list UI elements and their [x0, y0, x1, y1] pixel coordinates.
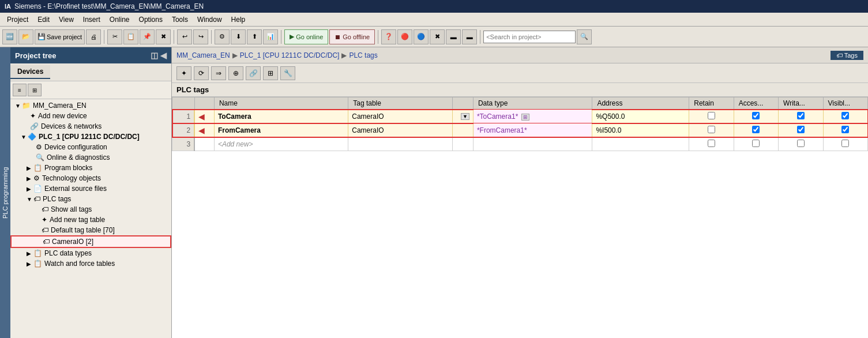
- menu-tools[interactable]: Tools: [167, 14, 193, 25]
- retain-checkbox-1[interactable]: [708, 112, 715, 119]
- row-visible-2[interactable]: [823, 123, 867, 137]
- write-checkbox-2[interactable]: [797, 126, 805, 133]
- access-checkbox-2[interactable]: [752, 126, 760, 133]
- tree-item-device-config[interactable]: ⚙ Device configuration: [10, 142, 171, 152]
- tree-item-cameraio[interactable]: 🏷 CameraIO [2]: [10, 235, 171, 248]
- tree-item-online-diag[interactable]: 🔍 Online & diagnostics: [10, 152, 171, 163]
- menu-insert[interactable]: Insert: [78, 14, 105, 25]
- print-button[interactable]: 🖨: [86, 29, 101, 44]
- status-button[interactable]: 🔵: [414, 29, 429, 44]
- plc-tb-add-btn[interactable]: ✦: [176, 66, 191, 80]
- tree-filter-btn[interactable]: ⊞: [28, 84, 42, 96]
- toolbar-btn2[interactable]: ▬: [462, 29, 477, 44]
- plc-tb-plus-btn[interactable]: ⊕: [228, 66, 243, 80]
- tree-item-default-tag-table[interactable]: 🏷 Default tag table [70]: [10, 225, 171, 235]
- go-online-button[interactable]: ▶ Go online: [284, 29, 328, 44]
- download-button[interactable]: ⬇: [231, 29, 246, 44]
- x-button[interactable]: ✖: [430, 29, 445, 44]
- tree-item-plc1[interactable]: ▼ 🔷 PLC_1 [CPU 1211C DC/DC/DC]: [10, 132, 171, 142]
- menu-edit[interactable]: Edit: [33, 14, 54, 25]
- close-tree-button[interactable]: ◀: [160, 51, 167, 60]
- write-checkbox-1[interactable]: [797, 112, 805, 119]
- menu-online[interactable]: Online: [105, 14, 134, 25]
- tree-item-plc-data-types[interactable]: ▶ 📋 PLC data types: [10, 248, 171, 258]
- row-data-type-2[interactable]: *FromCamera1*: [473, 123, 592, 137]
- row-write-3[interactable]: [779, 137, 823, 151]
- plc-tb-link-btn[interactable]: 🔗: [246, 66, 261, 80]
- diagnostics-button[interactable]: 🔴: [397, 29, 412, 44]
- tree-item-tech-objects[interactable]: ▶ ⚙ Technology objects: [10, 173, 171, 183]
- search-button[interactable]: 🔍: [577, 29, 592, 44]
- tree-item-watch-force[interactable]: ▶ 📋 Watch and force tables: [10, 258, 171, 269]
- paste-button[interactable]: 📌: [140, 29, 155, 44]
- tree-item-program-blocks[interactable]: ▶ 📋 Program blocks: [10, 163, 171, 173]
- row-add-new[interactable]: <Add new>: [214, 137, 348, 151]
- copy-button[interactable]: 📋: [123, 29, 138, 44]
- breadcrumb-item-2[interactable]: PLC tags: [349, 51, 377, 59]
- row-tag-table-2[interactable]: CameraIO: [348, 123, 453, 137]
- breadcrumb-item-1[interactable]: PLC_1 [CPU 1211C DC/DC/DC]: [240, 51, 340, 59]
- row-data-type-1[interactable]: *ToCamera1* ⊞: [473, 110, 592, 123]
- save-project-button[interactable]: 💾 Save project: [35, 29, 85, 44]
- arrow-plc-data-types[interactable]: ▶: [27, 250, 32, 257]
- row-access-1[interactable]: [734, 110, 778, 123]
- row-visible-3[interactable]: [823, 137, 867, 151]
- arrow-watch-force[interactable]: ▶: [27, 261, 32, 267]
- access-checkbox-1[interactable]: [752, 112, 760, 119]
- tree-item-add-tag-table[interactable]: ✦ Add new tag table: [10, 215, 171, 225]
- retain-checkbox-2[interactable]: [708, 126, 715, 133]
- toolbar-btn1[interactable]: ▬: [446, 29, 461, 44]
- tags-button[interactable]: 🏷 Tags: [831, 51, 863, 60]
- menu-view[interactable]: View: [54, 14, 78, 25]
- visible-checkbox-3[interactable]: [841, 140, 849, 147]
- upload-button[interactable]: ⬆: [247, 29, 262, 44]
- tree-item-show-all-tags[interactable]: 🏷 Show all tags: [10, 204, 171, 215]
- arrow-program-blocks[interactable]: ▶: [27, 165, 32, 171]
- row-address-1[interactable]: %Q500.0: [592, 110, 689, 123]
- collapse-tree-button[interactable]: ◫: [151, 51, 158, 60]
- row-visible-1[interactable]: [823, 110, 867, 123]
- search-input[interactable]: [483, 31, 576, 43]
- tree-view-btn[interactable]: ≡: [13, 84, 27, 96]
- arrow-plc-tags[interactable]: ▼: [27, 196, 32, 202]
- menu-help[interactable]: Help: [227, 14, 250, 25]
- new-project-button[interactable]: 🆕: [2, 29, 17, 44]
- cut-button[interactable]: ✂: [107, 29, 122, 44]
- tree-item-plc-tags[interactable]: ▼ 🏷 PLC tags: [10, 194, 171, 204]
- tree-item-mm-camera-en[interactable]: ▼ 📁 MM_Camera_EN: [10, 100, 171, 111]
- row-name-2[interactable]: FromCamera: [214, 123, 348, 137]
- arrow-mm-camera-en[interactable]: ▼: [15, 103, 21, 109]
- dropdown-btn-1[interactable]: ▼: [461, 113, 469, 120]
- row-write-2[interactable]: [779, 123, 823, 137]
- plc-tb-arrow-right-btn[interactable]: ⇒: [211, 66, 226, 80]
- monitor-button[interactable]: 📊: [263, 29, 278, 44]
- row-tag-table-1[interactable]: CameraIO: [348, 110, 453, 123]
- undo-button[interactable]: ↩: [177, 29, 192, 44]
- access-checkbox-3[interactable]: [752, 140, 760, 147]
- go-offline-button[interactable]: ⏹ Go offline: [329, 29, 375, 44]
- row-dropdown-1[interactable]: ▼: [452, 110, 473, 123]
- arrow-plc1[interactable]: ▼: [21, 134, 27, 140]
- tree-item-add-device[interactable]: ✦ Add new device: [10, 111, 171, 121]
- open-project-button[interactable]: 📂: [18, 29, 33, 44]
- tree-item-devices-networks[interactable]: 🔗 Devices & networks: [10, 121, 171, 132]
- menu-project[interactable]: Project: [2, 14, 33, 25]
- devices-tab[interactable]: Devices: [10, 65, 50, 79]
- plc-tb-refresh-btn[interactable]: ⟳: [194, 66, 209, 80]
- plc-tb-settings-btn[interactable]: 🔧: [280, 66, 295, 80]
- retain-checkbox-3[interactable]: [708, 140, 715, 147]
- breadcrumb-item-0[interactable]: MM_Camera_EN: [176, 51, 230, 59]
- menu-window[interactable]: Window: [193, 14, 227, 25]
- compile-button[interactable]: ⚙: [215, 29, 230, 44]
- write-checkbox-3[interactable]: [797, 140, 805, 147]
- tree-item-ext-source[interactable]: ▶ 📄 External source files: [10, 183, 171, 194]
- arrow-tech-objects[interactable]: ▶: [27, 175, 32, 182]
- visible-checkbox-1[interactable]: [841, 112, 849, 119]
- row-retain-1[interactable]: [689, 110, 734, 123]
- row-access-2[interactable]: [734, 123, 778, 137]
- row-name-1[interactable]: ToCamera: [214, 110, 348, 123]
- row-dropdown-2[interactable]: [452, 123, 473, 137]
- menu-options[interactable]: Options: [134, 14, 167, 25]
- row-access-3[interactable]: [734, 137, 778, 151]
- help-button[interactable]: ❓: [381, 29, 396, 44]
